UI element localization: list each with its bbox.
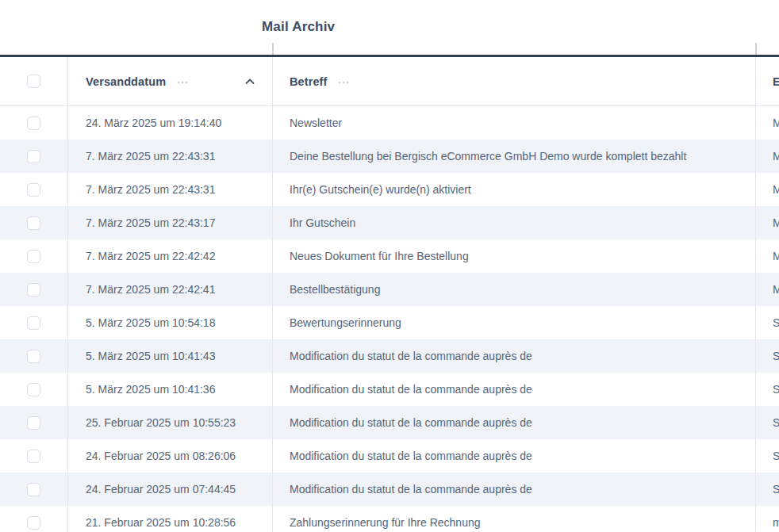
sort-ascending-icon (245, 78, 255, 85)
cell-betreff: Modification du statut de la commande au… (273, 339, 756, 373)
versanddatum-value: 25. Februar 2025 um 10:55:23 (86, 416, 236, 429)
column-label: E (773, 75, 779, 88)
cell-betreff: Bewertungserinnerung (273, 306, 756, 339)
row-select-cell (0, 339, 68, 373)
column-menu-icon[interactable]: ⋯ (176, 76, 189, 88)
row-checkbox[interactable] (27, 250, 40, 263)
table-row[interactable]: 24. Februar 2025 um 07:44:45 Modificatio… (0, 473, 779, 506)
mail-archive-page: Mail Archiv Versanddatum ⋯ Betreff ⋯ (0, 0, 779, 532)
cell-versanddatum: 21. Februar 2025 um 10:28:56 (68, 506, 273, 532)
table-row[interactable]: 5. März 2025 um 10:54:18 Bewertungserinn… (0, 306, 779, 339)
select-all-checkbox[interactable] (27, 75, 40, 88)
table-row[interactable]: 5. März 2025 um 10:41:36 Modification du… (0, 373, 779, 406)
empfaenger-value: M (773, 117, 779, 129)
empfaenger-value: S (773, 383, 779, 396)
row-checkbox[interactable] (27, 150, 40, 163)
column-resize-handle[interactable] (755, 43, 757, 55)
row-select-cell (0, 239, 68, 273)
betreff-value: Modification du statut de la commande au… (290, 350, 532, 362)
cell-empfaenger: S (756, 439, 779, 473)
cell-empfaenger: M (756, 206, 779, 239)
cell-empfaenger: M (756, 106, 779, 140)
column-header-empfaenger[interactable]: E (756, 57, 779, 105)
row-checkbox[interactable] (27, 483, 40, 496)
betreff-value: Modification du statut de la commande au… (290, 483, 532, 496)
row-checkbox[interactable] (27, 516, 40, 530)
empfaenger-value: M (773, 183, 779, 196)
betreff-value: Modification du statut de la commande au… (290, 416, 532, 429)
row-select-cell (0, 373, 68, 406)
cell-versanddatum: 5. März 2025 um 10:41:36 (68, 373, 273, 406)
betreff-value: Modification du statut de la commande au… (290, 450, 532, 462)
row-checkbox[interactable] (27, 283, 40, 297)
versanddatum-value: 24. März 2025 um 19:14:40 (86, 117, 221, 129)
empfaenger-value: M (773, 283, 779, 296)
row-checkbox[interactable] (27, 383, 40, 396)
betreff-value: Deine Bestellung bei Bergisch eCommerce … (290, 150, 686, 163)
betreff-value: Newsletter (290, 117, 342, 129)
cell-betreff: Modification du statut de la commande au… (273, 439, 756, 473)
versanddatum-value: 24. Februar 2025 um 07:44:45 (86, 483, 236, 496)
table-row[interactable]: 21. Februar 2025 um 10:28:56 Zahlungseri… (0, 506, 779, 532)
row-checkbox[interactable] (27, 183, 40, 197)
cell-empfaenger: S (756, 306, 779, 339)
cell-versanddatum: 7. März 2025 um 22:43:17 (68, 206, 273, 239)
table-row[interactable]: 5. März 2025 um 10:41:43 Modification du… (0, 339, 779, 373)
cell-versanddatum: 24. Februar 2025 um 08:26:06 (68, 439, 273, 473)
cell-empfaenger: S (756, 406, 779, 439)
cell-empfaenger: M (756, 173, 779, 206)
betreff-value: Ihr Gutschein (290, 216, 355, 229)
cell-versanddatum: 25. Februar 2025 um 10:55:23 (68, 406, 273, 439)
cell-versanddatum: 7. März 2025 um 22:42:42 (68, 239, 273, 273)
page-header: Mail Archiv (0, 0, 779, 57)
row-checkbox[interactable] (27, 316, 40, 330)
row-select-cell (0, 206, 68, 239)
column-header-betreff[interactable]: Betreff ⋯ (273, 57, 756, 105)
empfaenger-value: S (773, 450, 779, 462)
row-select-cell (0, 306, 68, 339)
betreff-value: Ihr(e) Gutschein(e) wurde(n) aktiviert (290, 183, 471, 196)
mail-table: Versanddatum ⋯ Betreff ⋯ E 24. Mä (0, 57, 779, 532)
betreff-value: Bestellbestätigung (290, 283, 380, 296)
cell-betreff: Modification du statut de la commande au… (273, 373, 756, 406)
versanddatum-value: 21. Februar 2025 um 10:28:56 (86, 516, 236, 529)
table-row[interactable]: 24. März 2025 um 19:14:40 Newsletter M (0, 106, 779, 140)
page-title: Mail Archiv (262, 19, 335, 35)
empfaenger-value: S (773, 483, 779, 496)
cell-versanddatum: 7. März 2025 um 22:43:31 (68, 140, 273, 173)
row-select-cell (0, 106, 68, 140)
table-row[interactable]: 7. März 2025 um 22:42:42 Neues Dokument … (0, 239, 779, 273)
versanddatum-value: 5. März 2025 um 10:54:18 (86, 316, 215, 329)
table-row[interactable]: 7. März 2025 um 22:43:17 Ihr Gutschein M (0, 206, 779, 239)
table-row[interactable]: 7. März 2025 um 22:43:31 Ihr(e) Gutschei… (0, 173, 779, 206)
column-header-versanddatum[interactable]: Versanddatum ⋯ (68, 57, 273, 105)
versanddatum-value: 7. März 2025 um 22:42:42 (86, 250, 215, 262)
cell-betreff: Modification du statut de la commande au… (273, 473, 756, 506)
row-select-cell (0, 173, 68, 206)
row-checkbox[interactable] (27, 416, 40, 430)
column-resize-handle[interactable] (272, 43, 274, 55)
table-row[interactable]: 7. März 2025 um 22:43:31 Deine Bestellun… (0, 140, 779, 173)
cell-betreff: Neues Dokument für Ihre Bestellung (273, 239, 756, 273)
row-select-cell (0, 406, 68, 439)
row-select-cell (0, 273, 68, 306)
cell-betreff: Ihr(e) Gutschein(e) wurde(n) aktiviert (273, 173, 756, 206)
row-checkbox[interactable] (27, 350, 40, 363)
table-row[interactable]: 7. März 2025 um 22:42:41 Bestellbestätig… (0, 273, 779, 306)
empfaenger-value: M (773, 216, 779, 229)
row-checkbox[interactable] (27, 216, 40, 230)
cell-empfaenger: M (756, 239, 779, 273)
row-checkbox[interactable] (27, 117, 40, 130)
column-menu-icon[interactable]: ⋯ (337, 76, 350, 88)
table-row[interactable]: 24. Februar 2025 um 08:26:06 Modificatio… (0, 439, 779, 473)
cell-empfaenger: m (756, 506, 779, 532)
betreff-value: Bewertungserinnerung (290, 316, 401, 329)
cell-betreff: Ihr Gutschein (273, 206, 756, 239)
row-select-cell (0, 439, 68, 473)
versanddatum-value: 5. März 2025 um 10:41:43 (86, 350, 215, 362)
cell-versanddatum: 5. März 2025 um 10:54:18 (68, 306, 273, 339)
row-select-cell (0, 473, 68, 506)
cell-versanddatum: 7. März 2025 um 22:42:41 (68, 273, 273, 306)
table-row[interactable]: 25. Februar 2025 um 10:55:23 Modificatio… (0, 406, 779, 439)
row-checkbox[interactable] (27, 450, 40, 463)
